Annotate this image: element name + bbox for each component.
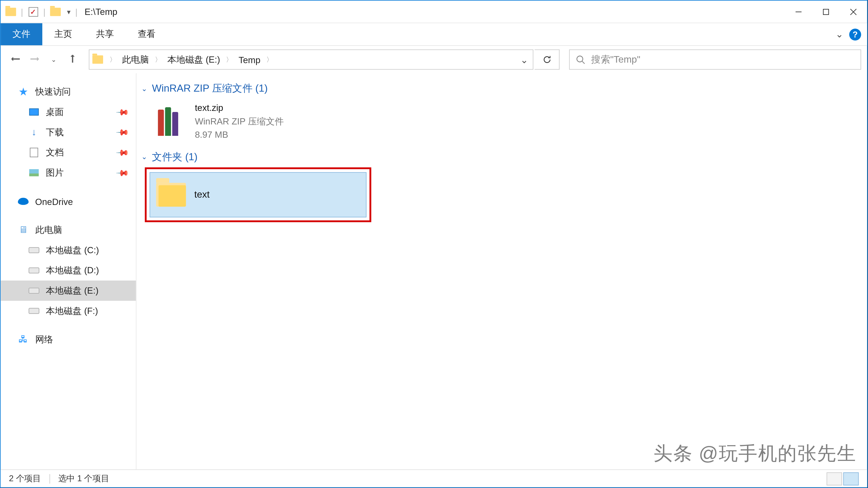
- pictures-icon: [28, 167, 40, 178]
- refresh-button[interactable]: [535, 50, 560, 70]
- sidebar-drive-f[interactable]: 本地磁盘 (F:): [1, 301, 136, 321]
- file-size: 8.97 MB: [195, 128, 283, 141]
- drive-icon: [28, 264, 40, 276]
- separator: [50, 474, 50, 483]
- forward-button[interactable]: 🠖: [26, 51, 43, 69]
- star-icon: ★: [18, 86, 29, 98]
- network-icon: 🖧: [18, 333, 29, 346]
- chevron-right-icon[interactable]: 〉: [222, 55, 236, 64]
- drive-icon: [28, 305, 40, 317]
- chevron-down-icon: ⌄: [141, 152, 147, 161]
- breadcrumb: 〉 此电脑 〉 本地磁盘 (E:) 〉 Temp 〉: [106, 54, 276, 65]
- highlight-annotation: text: [145, 167, 371, 222]
- ribbon-expand-icon[interactable]: ⌄: [835, 29, 843, 40]
- address-dropdown-icon[interactable]: ⌄: [515, 50, 533, 69]
- status-selected: 选中 1 个项目: [58, 474, 109, 484]
- chevron-right-icon[interactable]: 〉: [106, 55, 120, 64]
- titlebar: | ✓ | ▾ | E:\Temp: [1, 1, 867, 23]
- sidebar: ★快速访问 桌面📌 ↓下载📌 文档📌 图片📌 OneDrive 🖥此电脑 本地磁…: [1, 73, 136, 469]
- file-name: text.zip: [195, 101, 283, 115]
- sidebar-documents[interactable]: 文档📌: [1, 142, 136, 163]
- tiles-view-button[interactable]: [843, 472, 859, 485]
- ribbon-tabs: 文件 主页 共享 查看 ⌄ ?: [1, 23, 867, 46]
- sidebar-network[interactable]: 🖧网络: [1, 329, 136, 350]
- back-button[interactable]: 🠔: [6, 51, 24, 69]
- maximize-button[interactable]: [812, 2, 840, 21]
- tab-share[interactable]: 共享: [84, 23, 126, 45]
- view-switcher: [827, 472, 859, 485]
- explorer-window: | ✓ | ▾ | E:\Temp 文件 主页 共享 查看 ⌄ ? 🠔 🠖 ⌄ …: [0, 0, 868, 488]
- pin-icon: 📌: [116, 105, 129, 119]
- chevron-right-icon[interactable]: 〉: [263, 55, 277, 64]
- separator: |: [21, 7, 23, 16]
- navigation-bar: 🠔 🠖 ⌄ 🠕 〉 此电脑 〉 本地磁盘 (E:) 〉 Temp 〉 ⌄ 搜索"…: [1, 46, 867, 73]
- up-button[interactable]: 🠕: [64, 51, 82, 69]
- pin-icon: 📌: [116, 145, 129, 159]
- svg-line-5: [582, 61, 585, 64]
- chevron-down-icon: ⌄: [141, 84, 147, 93]
- sidebar-quick-access[interactable]: ★快速访问: [1, 82, 136, 102]
- window-title: E:\Temp: [85, 6, 118, 17]
- pin-icon: 📌: [116, 125, 129, 139]
- status-bar: 2 个项目 选中 1 个项目: [1, 469, 867, 487]
- details-view-button[interactable]: [827, 472, 842, 485]
- group-header-folder[interactable]: ⌄ 文件夹 (1): [141, 150, 861, 164]
- folder-icon: [156, 183, 186, 206]
- file-type: WinRAR ZIP 压缩文件: [195, 115, 283, 128]
- folder-icon: [90, 55, 106, 64]
- group-header-zip[interactable]: ⌄ WinRAR ZIP 压缩文件 (1): [141, 82, 861, 95]
- pin-icon: 📌: [116, 166, 129, 180]
- folder-name: text: [194, 189, 210, 200]
- minimize-button[interactable]: [785, 2, 812, 21]
- body: ★快速访问 桌面📌 ↓下载📌 文档📌 图片📌 OneDrive 🖥此电脑 本地磁…: [1, 73, 867, 469]
- content-pane[interactable]: ⌄ WinRAR ZIP 压缩文件 (1) text.zip WinRAR ZI…: [136, 73, 867, 469]
- sidebar-pictures[interactable]: 图片📌: [1, 163, 136, 183]
- address-bar[interactable]: 〉 此电脑 〉 本地磁盘 (E:) 〉 Temp 〉 ⌄: [89, 50, 533, 70]
- folder-icon[interactable]: [5, 6, 16, 17]
- sidebar-downloads[interactable]: ↓下载📌: [1, 122, 136, 142]
- tab-home[interactable]: 主页: [42, 23, 84, 45]
- qat-dropdown-icon[interactable]: ▾: [67, 7, 70, 16]
- window-controls: [785, 2, 867, 21]
- sidebar-drive-e[interactable]: 本地磁盘 (E:): [1, 281, 136, 301]
- sidebar-drive-d[interactable]: 本地磁盘 (D:): [1, 260, 136, 281]
- winrar-zip-icon: [154, 105, 188, 138]
- sidebar-onedrive[interactable]: OneDrive: [1, 191, 136, 212]
- pc-icon: 🖥: [18, 224, 29, 236]
- search-icon: [576, 55, 585, 64]
- status-item-count: 2 个项目: [9, 474, 41, 484]
- recent-dropdown-icon[interactable]: ⌄: [45, 51, 63, 69]
- sidebar-drive-c[interactable]: 本地磁盘 (C:): [1, 240, 136, 260]
- folder-icon[interactable]: [50, 6, 61, 17]
- breadcrumb-segment[interactable]: Temp: [236, 55, 263, 65]
- separator: |: [75, 7, 77, 16]
- search-placeholder: 搜索"Temp": [591, 54, 640, 66]
- properties-check-icon[interactable]: ✓: [28, 6, 38, 17]
- sidebar-this-pc[interactable]: 🖥此电脑: [1, 220, 136, 240]
- breadcrumb-segment[interactable]: 此电脑: [120, 54, 151, 65]
- sidebar-desktop[interactable]: 桌面📌: [1, 102, 136, 122]
- svg-point-4: [577, 56, 583, 62]
- watermark-text: 头条 @玩手机的张先生: [653, 441, 856, 467]
- separator: |: [43, 7, 45, 16]
- search-input[interactable]: 搜索"Temp": [569, 50, 861, 70]
- file-meta: text.zip WinRAR ZIP 压缩文件 8.97 MB: [195, 101, 283, 141]
- tab-file[interactable]: 文件: [1, 23, 42, 45]
- desktop-icon: [28, 106, 40, 118]
- drive-icon: [28, 285, 40, 297]
- quick-access-toolbar: | ✓ | ▾ |: [1, 6, 79, 17]
- help-icon[interactable]: ?: [849, 28, 861, 40]
- close-button[interactable]: [840, 2, 867, 21]
- file-item-folder[interactable]: text: [150, 172, 367, 217]
- document-icon: [28, 147, 40, 158]
- file-item-zip[interactable]: text.zip WinRAR ZIP 压缩文件 8.97 MB: [150, 99, 370, 144]
- svg-rect-1: [823, 9, 829, 14]
- download-icon: ↓: [28, 126, 40, 138]
- breadcrumb-segment[interactable]: 本地磁盘 (E:): [165, 54, 223, 65]
- chevron-right-icon[interactable]: 〉: [151, 55, 165, 64]
- drive-icon: [28, 244, 40, 256]
- onedrive-icon: [18, 195, 29, 207]
- tab-view[interactable]: 查看: [126, 23, 167, 45]
